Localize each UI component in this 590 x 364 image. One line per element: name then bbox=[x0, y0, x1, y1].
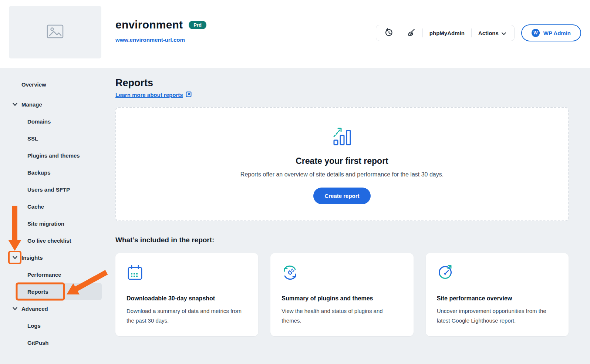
site-url-link[interactable]: www.environment-url.com bbox=[115, 37, 185, 43]
chevron-down-icon bbox=[502, 30, 506, 36]
report-chart-icon bbox=[331, 141, 353, 148]
sidebar-item-performance[interactable]: Performance bbox=[0, 266, 115, 283]
sidebar-item-logs[interactable]: Logs bbox=[0, 317, 115, 334]
environment-name: environment bbox=[115, 18, 183, 31]
sidebar-item-gitpush[interactable]: GitPush bbox=[0, 334, 115, 351]
environment-title-block: environment Prd www.environment-url.com bbox=[115, 18, 206, 43]
sidebar-group-manage[interactable]: Manage bbox=[0, 96, 115, 113]
main-panel: Reports Learn more about reports bbox=[115, 68, 590, 364]
sidebar-item-users-sftp[interactable]: Users and SFTP bbox=[0, 181, 115, 198]
sidebar: Overview Manage Domains SSL Plugins and … bbox=[0, 68, 115, 364]
create-report-button[interactable]: Create report bbox=[313, 188, 370, 204]
card-title: Site performance overview bbox=[437, 295, 557, 302]
empty-state-title: Create your first report bbox=[138, 156, 546, 166]
external-link-icon bbox=[186, 91, 192, 98]
card-description: View the health and status of plugins an… bbox=[281, 306, 402, 326]
chevron-down-icon bbox=[13, 307, 17, 310]
clear-cache-button[interactable] bbox=[400, 25, 422, 41]
sidebar-item-overview[interactable]: Overview bbox=[0, 76, 115, 93]
card-title: Downloadable 30-day snapshot bbox=[127, 295, 247, 302]
backup-restore-button[interactable] bbox=[378, 25, 400, 41]
site-header: environment Prd www.environment-url.com bbox=[0, 0, 590, 68]
header-actions: phpMyAdmin Actions W WP Admin bbox=[376, 24, 581, 41]
chevron-down-icon bbox=[13, 103, 17, 106]
wordpress-logo-icon: W bbox=[532, 29, 540, 37]
actions-menu-button[interactable]: Actions bbox=[472, 25, 513, 41]
site-thumbnail bbox=[9, 6, 101, 58]
sidebar-item-domains[interactable]: Domains bbox=[0, 113, 115, 130]
sidebar-item-reports[interactable]: Reports bbox=[17, 283, 102, 300]
image-placeholder-icon bbox=[47, 24, 64, 40]
sidebar-item-go-live-checklist[interactable]: Go live checklist bbox=[0, 232, 115, 249]
card-plugins-themes: Summary of plugins and themes View the h… bbox=[270, 253, 413, 336]
sidebar-group-advanced[interactable]: Advanced bbox=[0, 300, 115, 317]
page-title: Reports bbox=[115, 77, 569, 89]
sidebar-item-backups[interactable]: Backups bbox=[0, 164, 115, 181]
included-cards: Downloadable 30-day snapshot Download a … bbox=[115, 253, 569, 336]
page: environment Prd www.environment-url.com bbox=[0, 0, 590, 364]
sidebar-item-cache[interactable]: Cache bbox=[0, 198, 115, 215]
card-description: Uncover improvement opportunities from t… bbox=[437, 306, 557, 326]
card-snapshot: Downloadable 30-day snapshot Download a … bbox=[115, 253, 258, 336]
card-performance: Site performance overview Uncover improv… bbox=[426, 253, 569, 336]
environment-badge: Prd bbox=[189, 21, 206, 29]
wp-admin-button[interactable]: W WP Admin bbox=[521, 24, 581, 41]
plugins-sync-icon bbox=[281, 276, 299, 282]
sidebar-item-plugins-themes[interactable]: Plugins and themes bbox=[0, 147, 115, 164]
sidebar-item-ssl[interactable]: SSL bbox=[0, 130, 115, 147]
included-heading: What’s included in the report: bbox=[115, 236, 569, 244]
calendar-icon bbox=[127, 276, 144, 282]
sidebar-item-site-migration[interactable]: Site migration bbox=[0, 215, 115, 232]
phpmyadmin-button[interactable]: phpMyAdmin bbox=[423, 25, 471, 41]
sidebar-group-insights[interactable]: Insights bbox=[0, 249, 115, 266]
wp-admin-label: WP Admin bbox=[543, 30, 571, 36]
chevron-down-icon[interactable] bbox=[13, 256, 17, 259]
content-area: Overview Manage Domains SSL Plugins and … bbox=[0, 68, 590, 364]
card-description: Download a summary of data and metrics f… bbox=[127, 306, 247, 326]
create-report-card: Create your first report Reports offer a… bbox=[115, 107, 569, 221]
header-toolbar: phpMyAdmin Actions bbox=[376, 25, 515, 41]
empty-state-description: Reports offer an overview of site detail… bbox=[138, 171, 546, 178]
learn-more-link[interactable]: Learn more about reports bbox=[115, 91, 192, 98]
broom-icon bbox=[407, 28, 416, 38]
restore-history-icon bbox=[384, 28, 393, 38]
card-title: Summary of plugins and themes bbox=[281, 295, 402, 302]
speedometer-icon bbox=[437, 276, 454, 282]
actions-label: Actions bbox=[478, 30, 499, 36]
